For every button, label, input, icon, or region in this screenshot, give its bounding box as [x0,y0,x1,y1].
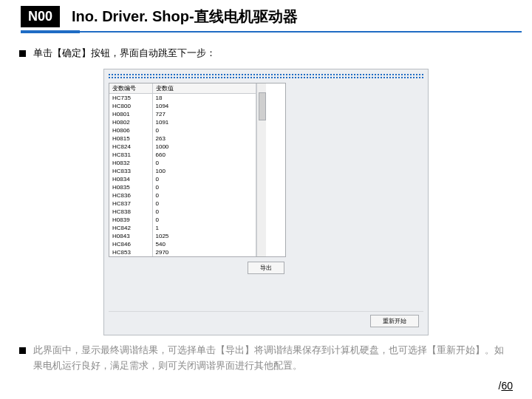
table-cell: 1094 [152,102,256,110]
results-table-wrap: 变数编号 变数值 HC73518HC8001094H0801727H080210… [109,83,286,257]
slide-number-badge: N00 [21,6,60,27]
table-row[interactable]: HC8532970 [109,248,256,256]
results-table: 变数编号 变数值 HC73518HC8001094H0801727H080210… [109,83,256,256]
table-cell: HC853 [109,248,152,256]
table-row[interactable]: HC73518 [109,93,256,102]
table-cell: H0834 [109,175,152,183]
table-cell: HC842 [109,224,152,232]
bullet-bottom: 此界面中，显示最终调谐结果，可选择单击【导出】将调谐结果保存到计算机硬盘，也可选… [19,343,513,374]
table-cell: 0 [152,183,256,191]
table-cell: H0801 [109,110,152,118]
export-button[interactable]: 导出 [248,262,284,274]
bullet-top: 单击【确定】按钮，界面自动跳至下一步： [19,46,513,61]
col-header-param[interactable]: 变数编号 [109,83,152,94]
table-cell: 1025 [152,232,256,240]
table-row[interactable]: H08021091 [109,118,256,126]
table-cell: H0832 [109,159,152,167]
table-cell: 540 [152,240,256,248]
table-row[interactable]: H08350 [109,183,256,191]
bullet-square-icon [19,347,26,354]
table-cell: HC735 [109,93,152,102]
col-header-value[interactable]: 变数值 [152,83,256,94]
table-cell: 0 [152,175,256,183]
table-row[interactable]: H0801727 [109,110,256,118]
page-number: /60 [499,380,513,392]
table-row[interactable]: H0815263 [109,134,256,143]
table-cell: HC846 [109,240,152,248]
table-cell: H0802 [109,118,152,126]
table-cell: 263 [152,134,256,143]
bullet-bottom-text: 此界面中，显示最终调谐结果，可选择单击【导出】将调谐结果保存到计算机硬盘，也可选… [33,343,513,374]
table-row[interactable]: HC8421 [109,224,256,232]
table-cell: H0815 [109,134,152,143]
table-cell: HC800 [109,102,152,110]
table-cell: 2970 [152,248,256,256]
table-row[interactable]: H08390 [109,216,256,224]
table-row[interactable]: HC846540 [109,240,256,248]
table-cell: 0 [152,216,256,224]
table-cell: H0835 [109,183,152,191]
table-cell: H0843 [109,232,152,240]
table-cell: 18 [152,93,256,102]
table-row[interactable]: H08320 [109,159,256,167]
table-cell: 1091 [152,118,256,126]
table-cell: 1000 [152,143,256,151]
restart-button[interactable]: 重新开始 [370,315,419,327]
table-row[interactable]: HC8370 [109,200,256,208]
table-row[interactable]: HC831660 [109,151,256,159]
table-cell: 0 [152,126,256,134]
table-cell: HC837 [109,200,152,208]
table-row[interactable]: HC833100 [109,167,256,175]
table-row[interactable]: HC8001094 [109,102,256,110]
progress-strip [109,74,423,78]
table-cell: HC836 [109,191,152,200]
table-row[interactable]: HC8360 [109,191,256,200]
bullet-top-text: 单击【确定】按钮，界面自动跳至下一步： [33,46,216,61]
table-cell: HC833 [109,167,152,175]
scrollbar[interactable] [256,83,266,256]
table-cell: H0839 [109,216,152,224]
table-cell: HC824 [109,143,152,151]
table-row[interactable]: HC8380 [109,208,256,216]
table-row[interactable]: H08431025 [109,232,256,240]
bullet-square-icon [19,50,26,57]
table-cell: 0 [152,200,256,208]
table-cell: HC838 [109,208,152,216]
table-cell: 727 [152,110,256,118]
table-cell: HC831 [109,151,152,159]
table-cell: 660 [152,151,256,159]
page-title: Ino. Driver. Shop-直线电机驱动器 [72,7,298,27]
table-cell: H0806 [109,126,152,134]
table-row[interactable]: H08060 [109,126,256,134]
table-cell: 0 [152,191,256,200]
table-cell: 0 [152,159,256,167]
table-row[interactable]: HC8241000 [109,143,256,151]
table-cell: 1 [152,224,256,232]
title-rule [21,31,522,33]
table-cell: 100 [152,167,256,175]
table-cell: 0 [152,208,256,216]
app-window: 变数编号 变数值 HC73518HC8001094H0801727H080210… [103,69,429,335]
table-row[interactable]: H08340 [109,175,256,183]
